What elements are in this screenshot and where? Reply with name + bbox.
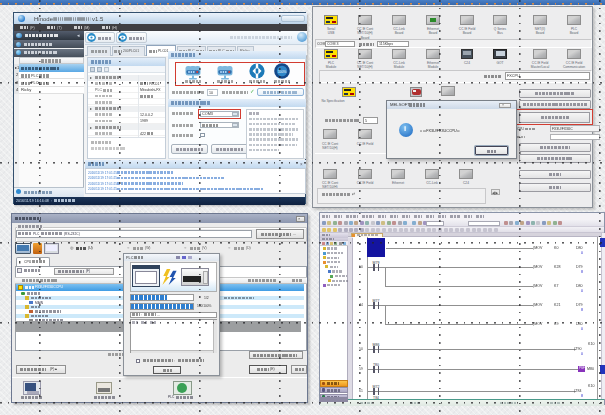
svg-text:100%: 100% — [278, 70, 287, 74]
